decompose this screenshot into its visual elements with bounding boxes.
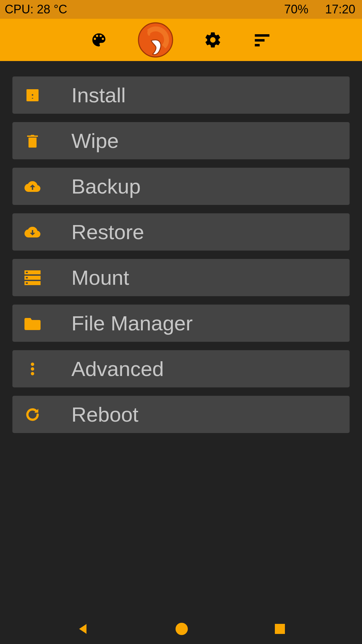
svg-point-11 [31,367,34,371]
main-menu: Install Wipe Backup Restore [0,61,362,433]
refresh-icon [24,407,41,423]
menu-item-reboot[interactable]: Reboot [12,396,350,433]
cloud-upload-icon [24,178,41,195]
storage-icon [24,270,41,286]
svg-rect-9 [26,282,28,284]
sort-button[interactable] [252,30,272,50]
svg-point-10 [31,363,34,366]
svg-rect-16 [275,624,285,634]
status-bar: CPU: 28 °C 70% 17:20 [0,0,362,19]
menu-item-restore[interactable]: Restore [12,213,350,251]
nav-bar [0,614,362,644]
trash-icon [24,133,41,149]
svg-point-12 [31,372,34,375]
cloud-download-icon [24,224,41,240]
menu-item-install[interactable]: Install [12,76,350,114]
logo-button[interactable] [138,22,173,58]
menu-label: File Manager [71,311,193,335]
menu-item-advanced[interactable]: Advanced [12,350,350,387]
status-time: 17:20 [325,2,355,16]
sort-icon [252,30,272,50]
menu-item-backup[interactable]: Backup [12,168,350,205]
nav-back-button[interactable] [75,622,90,636]
menu-label: Reboot [71,402,138,426]
menu-label: Mount [71,266,129,289]
status-battery: 70% [284,2,308,16]
theme-button[interactable] [90,31,108,49]
svg-marker-14 [79,624,86,634]
fox-logo-icon [138,22,173,58]
menu-item-mount[interactable]: Mount [12,259,350,296]
status-cpu-temp: CPU: 28 °C [5,2,284,16]
nav-home-button[interactable] [174,622,189,636]
svg-rect-7 [26,272,28,273]
gear-icon [203,31,222,49]
svg-rect-8 [26,277,28,278]
menu-label: Advanced [71,357,164,381]
menu-label: Backup [71,174,141,198]
menu-label: Restore [71,220,144,244]
menu-item-file-manager[interactable]: File Manager [12,305,350,342]
recent-square-icon [273,622,287,636]
menu-label: Install [71,83,126,107]
toolbar [0,19,362,61]
menu-label: Wipe [71,129,119,153]
home-circle-icon [174,622,189,636]
svg-rect-2 [255,39,264,42]
more-vert-icon [24,361,41,377]
settings-button[interactable] [203,31,222,49]
archive-down-icon [24,87,41,103]
folder-icon [24,315,41,331]
svg-rect-3 [255,44,260,46]
svg-point-15 [176,623,188,635]
back-triangle-icon [75,622,90,636]
menu-item-wipe[interactable]: Wipe [12,122,350,159]
palette-icon [90,31,108,49]
svg-rect-1 [255,34,269,37]
nav-recent-button[interactable] [273,622,287,636]
